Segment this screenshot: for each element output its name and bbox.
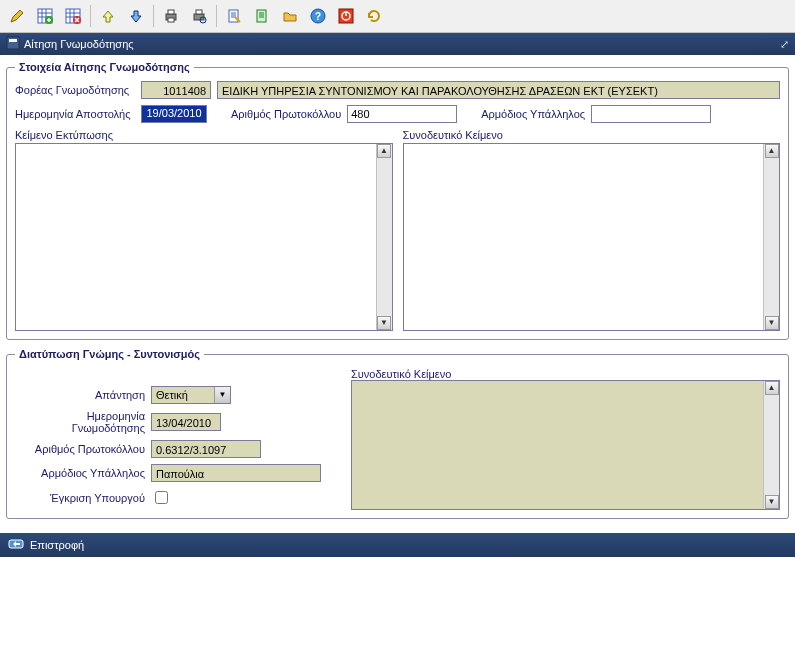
main-toolbar: ?: [0, 0, 795, 33]
officer-input[interactable]: [591, 105, 711, 123]
print-text-area[interactable]: ▲ ▼: [15, 143, 393, 331]
window-icon: [6, 36, 20, 52]
attach-text-label: Συνοδευτικό Κείμενο: [403, 129, 781, 141]
scroll-down-icon[interactable]: ▼: [765, 316, 779, 330]
folder-icon[interactable]: [277, 3, 303, 29]
window-titlebar: Αίτηση Γνωμοδότησης ⤢: [0, 33, 795, 55]
grid-add-icon[interactable]: [32, 3, 58, 29]
opinion-group: Διατύπωση Γνώμης - Συντονισμός Απάντηση …: [6, 348, 789, 519]
svg-rect-17: [9, 39, 17, 42]
scrollbar[interactable]: ▲ ▼: [763, 144, 779, 330]
doc-new-icon[interactable]: [249, 3, 275, 29]
edit-icon[interactable]: [4, 3, 30, 29]
window-body: Στοιχεία Αίτησης Γνωμοδότησης Φορέας Γνω…: [0, 55, 795, 533]
svg-rect-5: [168, 10, 174, 14]
window-title: Αίτηση Γνωμοδότησης: [24, 38, 134, 50]
opinion-legend: Διατύπωση Γνώμης - Συντονισμός: [15, 348, 204, 360]
arrow-down-icon[interactable]: [123, 3, 149, 29]
opinion-protocol-field[interactable]: 0.6312/3.1097: [151, 440, 261, 458]
back-button[interactable]: Επιστροφή: [30, 539, 84, 551]
grid-delete-icon[interactable]: [60, 3, 86, 29]
scroll-up-icon[interactable]: ▲: [377, 144, 391, 158]
opinion-date-label: Ημερομηνία Γνωμοδότησης: [15, 410, 145, 434]
svg-rect-6: [168, 18, 174, 22]
svg-rect-10: [229, 10, 238, 22]
agency-code-field[interactable]: 1011408: [141, 81, 211, 99]
protocol-label: Αριθμός Πρωτοκόλλου: [231, 108, 341, 120]
power-icon[interactable]: [333, 3, 359, 29]
print-text-label: Κείμενο Εκτύπωσης: [15, 129, 393, 141]
refresh-icon[interactable]: [361, 3, 387, 29]
opinion-date-field[interactable]: 13/04/2010: [151, 413, 221, 431]
request-details-legend: Στοιχεία Αίτησης Γνωμοδότησης: [15, 61, 194, 73]
print-preview-icon[interactable]: [186, 3, 212, 29]
opinion-attach-label: Συνοδευτικό Κείμενο: [351, 368, 451, 380]
scroll-down-icon[interactable]: ▼: [765, 495, 779, 509]
print-icon[interactable]: [158, 3, 184, 29]
opinion-officer-label: Αρμόδιος Υπάλληλος: [15, 467, 145, 479]
scroll-up-icon[interactable]: ▲: [765, 381, 779, 395]
scroll-up-icon[interactable]: ▲: [765, 144, 779, 158]
answer-select[interactable]: Θετική ▼: [151, 386, 231, 404]
toolbar-separator: [90, 5, 91, 27]
protocol-input[interactable]: [347, 105, 457, 123]
request-details-group: Στοιχεία Αίτησης Γνωμοδότησης Φορέας Γνω…: [6, 61, 789, 340]
window-restore-icon[interactable]: ⤢: [780, 38, 789, 51]
svg-text:?: ?: [315, 11, 321, 22]
agency-name-field[interactable]: ΕΙΔΙΚΗ ΥΠΗΡΕΣΙΑ ΣΥΝΤΟΝΙΣΜΟΥ ΚΑΙ ΠΑΡΑΚΟΛΟ…: [217, 81, 780, 99]
opinion-protocol-label: Αριθμός Πρωτοκόλλου: [15, 443, 145, 455]
minister-approval-label: Έγκριση Υπουργού: [15, 492, 145, 504]
agency-label: Φορέας Γνωμοδότησης: [15, 84, 135, 96]
arrow-up-icon[interactable]: [95, 3, 121, 29]
opinion-attach-text-area[interactable]: ▲ ▼: [351, 380, 780, 510]
toolbar-separator: [153, 5, 154, 27]
scrollbar[interactable]: ▲ ▼: [376, 144, 392, 330]
chevron-down-icon[interactable]: ▼: [214, 387, 230, 403]
attach-text-area[interactable]: ▲ ▼: [403, 143, 781, 331]
toolbar-separator: [216, 5, 217, 27]
scrollbar[interactable]: ▲ ▼: [763, 381, 779, 509]
svg-rect-16: [7, 37, 19, 49]
officer-label: Αρμόδιος Υπάλληλος: [481, 108, 585, 120]
send-date-field[interactable]: 19/03/2010: [141, 105, 207, 123]
footer-bar: Επιστροφή: [0, 533, 795, 557]
back-icon[interactable]: [8, 537, 24, 553]
doc-edit-icon[interactable]: [221, 3, 247, 29]
help-icon[interactable]: ?: [305, 3, 331, 29]
svg-rect-11: [257, 10, 266, 22]
answer-label: Απάντηση: [15, 389, 145, 401]
minister-approval-checkbox[interactable]: [155, 491, 168, 504]
svg-rect-8: [196, 10, 202, 14]
scroll-down-icon[interactable]: ▼: [377, 316, 391, 330]
opinion-officer-field[interactable]: Παπούλια: [151, 464, 321, 482]
send-date-label: Ημερομηνία Αποστολής: [15, 108, 135, 120]
